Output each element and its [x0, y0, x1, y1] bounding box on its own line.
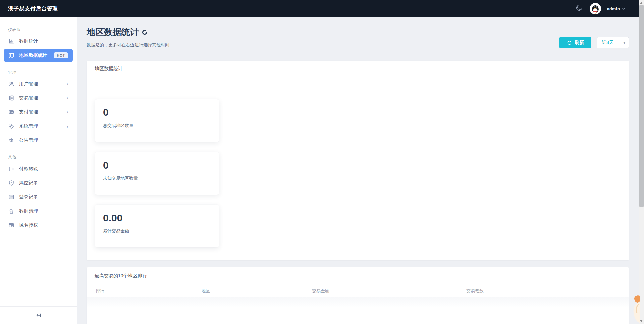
moon-icon	[575, 4, 583, 13]
region-stats-panel: 地区数据统计 0 总交易地区数量 0 未知交易地区数量 0.00 累计交易金额	[87, 61, 629, 260]
ranking-table-header: 排行 地区 交易金额 交易笔数	[87, 285, 629, 297]
main-content: 地区数据统计 数据是的，更多可在右边进行选择其他时间 刷新 近3天 ▾ 地区数据…	[77, 17, 639, 324]
sidebar-item-domain-authorization[interactable]: 域名授权	[4, 219, 73, 232]
app-title: 浪子易支付后台管理	[8, 5, 58, 12]
chevron-down-icon	[622, 7, 626, 11]
sidebar-item-label: 支付管理	[19, 109, 62, 115]
page-subtitle: 数据是的，更多可在右边进行选择其他时间	[87, 42, 629, 48]
sidebar-item-trade-management[interactable]: 交易管理 ›	[4, 91, 73, 105]
sidebar-section-other: 其他	[8, 154, 77, 160]
sidebar-item-announcement-management[interactable]: 公告管理	[4, 134, 73, 147]
gear-icon	[8, 123, 15, 130]
page-header: 地区数据统计 数据是的，更多可在右边进行选择其他时间 刷新 近3天 ▾	[77, 17, 639, 48]
sidebar-item-risk-records[interactable]: 风控记录	[4, 176, 73, 190]
stat-value: 0	[103, 159, 211, 171]
chevron-right-icon: ›	[67, 124, 68, 129]
stat-card-total-amount: 0.00 累计交易金额	[95, 205, 219, 247]
trash-icon	[8, 208, 15, 215]
sidebar-item-label: 地区数据统计	[19, 52, 49, 58]
support-mascot-widget[interactable]	[630, 294, 640, 324]
column-count: 交易笔数	[466, 288, 629, 294]
sidebar-section-management: 管理	[8, 70, 77, 75]
sidebar-item-login-records[interactable]: 登录记录	[4, 190, 73, 204]
domain-icon	[8, 222, 15, 229]
page-title: 地区数据统计	[87, 26, 629, 38]
sidebar-item-payout-transfer[interactable]: 付款转账	[4, 162, 73, 176]
sidebar-item-system-management[interactable]: 系统管理 ›	[4, 120, 73, 133]
dark-mode-toggle[interactable]	[574, 4, 584, 13]
refresh-icon	[567, 40, 572, 45]
sidebar-item-data-stats[interactable]: 数据统计	[4, 35, 73, 48]
ranking-table-body-empty	[87, 297, 629, 308]
stat-label: 累计交易金额	[103, 228, 211, 234]
column-region: 地区	[201, 288, 312, 294]
chevron-down-icon: ▾	[623, 41, 625, 45]
login-log-icon	[8, 194, 15, 200]
scroll-down-arrow[interactable]	[640, 320, 643, 322]
refresh-button-label: 刷新	[575, 40, 584, 46]
sidebar-item-label: 系统管理	[19, 123, 62, 129]
refresh-button[interactable]: 刷新	[559, 37, 591, 48]
map-icon	[8, 52, 15, 59]
vertical-scrollbar[interactable]	[639, 0, 644, 324]
time-range-value: 近3天	[602, 40, 614, 46]
bar-chart-icon	[8, 38, 15, 45]
loading-spinner-icon	[142, 30, 147, 35]
stat-label: 未知交易地区数量	[103, 175, 211, 181]
user-avatar[interactable]	[590, 3, 601, 14]
sidebar-item-label: 公告管理	[19, 137, 68, 143]
username: admin	[607, 6, 620, 11]
toolbar: 刷新 近3天 ▾	[559, 37, 629, 48]
document-icon	[8, 95, 15, 101]
column-amount: 交易金额	[312, 288, 466, 294]
stat-value: 0	[103, 107, 211, 118]
stat-value: 0.00	[103, 212, 211, 224]
sidebar-item-label: 登录记录	[19, 194, 68, 200]
sidebar-item-label: 风控记录	[19, 180, 68, 186]
sidebar-item-user-management[interactable]: 用户管理 ›	[4, 77, 73, 91]
users-icon	[8, 81, 15, 87]
sidebar-item-label: 付款转账	[19, 166, 68, 172]
region-stats-panel-title: 地区数据统计	[87, 61, 629, 77]
chevron-right-icon: ›	[67, 81, 68, 87]
card-transfer-icon	[8, 109, 15, 115]
hot-badge: HOT	[54, 52, 68, 58]
top-regions-panel: 最高交易的10个地区排行 排行 地区 交易金额 交易笔数	[87, 267, 629, 324]
sidebar-item-data-cleanup[interactable]: 数据清理	[4, 204, 73, 218]
sidebar-item-label: 数据清理	[19, 208, 68, 214]
chevron-right-icon: ›	[67, 109, 68, 115]
stat-card-unknown-regions: 0 未知交易地区数量	[95, 152, 219, 195]
sidebar-item-region-stats[interactable]: 地区数据统计 HOT	[4, 49, 73, 62]
shield-alert-icon	[8, 180, 15, 186]
top-regions-panel-title: 最高交易的10个地区排行	[87, 267, 629, 285]
stat-label: 总交易地区数量	[103, 123, 211, 129]
time-range-select[interactable]: 近3天 ▾	[597, 37, 629, 48]
sidebar-item-label: 数据统计	[19, 38, 68, 44]
scrollbar-thumb[interactable]	[639, 5, 644, 207]
announcement-icon	[8, 137, 15, 144]
sidebar-item-label: 交易管理	[19, 95, 62, 101]
stat-card-total-regions: 0 总交易地区数量	[95, 99, 219, 142]
sidebar-collapse-button[interactable]	[36, 312, 42, 318]
sidebar-item-label: 用户管理	[19, 81, 62, 87]
column-rank: 排行	[96, 288, 201, 294]
scroll-up-arrow[interactable]	[640, 2, 643, 4]
page-title-text: 地区数据统计	[87, 26, 139, 38]
top-navbar: 浪子易支付后台管理 admin	[0, 0, 639, 17]
transfer-out-icon	[8, 166, 15, 172]
user-menu[interactable]: admin	[607, 6, 626, 11]
collapse-arrow-icon	[36, 312, 42, 318]
chevron-right-icon: ›	[67, 95, 68, 101]
sidebar-footer	[0, 306, 77, 324]
sidebar-section-dashboard: 仪表版	[8, 27, 77, 33]
sidebar: 仪表版 数据统计 地区数据统计 HOT 管理 用户管理 › 交易管理 › 支付管…	[0, 17, 77, 324]
sidebar-item-payment-management[interactable]: 支付管理 ›	[4, 105, 73, 119]
sidebar-item-label: 域名授权	[19, 222, 68, 228]
